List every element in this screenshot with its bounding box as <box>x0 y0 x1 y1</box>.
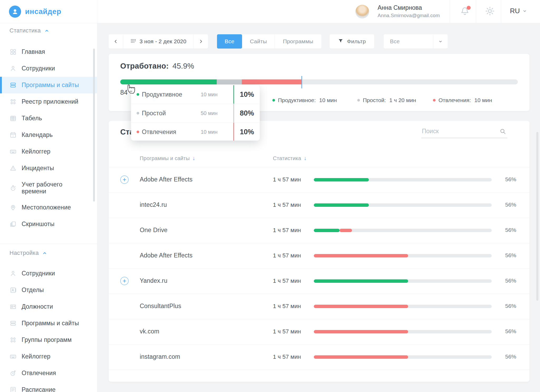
sidebar-item-dolzhnosti[interactable]: Должности <box>0 298 97 315</box>
sidebar-item-label: Должности <box>22 303 53 310</box>
keyboard-icon <box>9 353 17 360</box>
logo[interactable]: инсайдер <box>0 0 97 23</box>
sidebar-item-label: Программы и сайты <box>22 320 79 327</box>
sidebar-item-gruppy-programm[interactable]: Группы программ <box>0 332 97 348</box>
sidebar-item-label: Расписание <box>22 386 56 392</box>
list-rows-icon <box>9 82 17 89</box>
table-row[interactable]: vk.com 1 ч 57 мин 56% <box>109 319 529 344</box>
column-header-programs[interactable]: Программы и сайты ↓ <box>140 155 195 161</box>
tab-sites[interactable]: Сайты <box>242 34 274 49</box>
sidebar-item-incidenty[interactable]: Инциденты <box>0 160 97 176</box>
sidebar-item-glavnaya[interactable]: Главная <box>0 44 97 60</box>
sidebar-item-kalendar[interactable]: 1 Календарь <box>0 127 97 143</box>
sidebar-section-settings[interactable]: Настройка <box>9 250 47 256</box>
row-name: vk.com <box>140 328 159 335</box>
tab-all[interactable]: Все <box>217 34 242 49</box>
section-label: Настройка <box>9 250 39 256</box>
app-root: инсайдер Статистика Главная Сотрудники П… <box>0 0 540 392</box>
row-time: 1 ч 57 мин <box>273 252 301 259</box>
sidebar-item-sotrudniki-settings[interactable]: Сотрудники <box>0 265 97 282</box>
apps-grid-icon <box>9 336 17 343</box>
column-header-statistics[interactable]: Статистика ↓ <box>273 155 307 161</box>
badge-icon <box>9 303 17 310</box>
settings-button[interactable] <box>485 6 496 17</box>
table-row[interactable]: ConsultantPlus 1 ч 57 мин 56% <box>109 294 529 319</box>
dropdown-value: Все <box>384 34 433 49</box>
chevron-down-icon[interactable] <box>433 34 448 49</box>
table-row[interactable]: Adobe After Effects 1 ч 57 мин 56% <box>109 243 529 268</box>
user-icon <box>9 65 17 72</box>
sidebar-item-keylogger[interactable]: Кейлоггер <box>0 143 97 160</box>
usage-bar <box>314 305 492 308</box>
usage-bar <box>314 355 492 359</box>
row-time: 1 ч 57 мин <box>273 353 301 360</box>
usage-bar <box>314 203 492 207</box>
sidebar-item-uchet-rabochego-vremeni[interactable]: Учет рабочего времени <box>0 176 97 199</box>
warning-icon <box>9 165 17 172</box>
red-dot-icon <box>433 99 436 102</box>
sidebar-item-mestopolozhenie[interactable]: Местоположение <box>0 199 97 216</box>
expand-plus-icon[interactable]: + <box>120 277 129 285</box>
sidebar-section-statistics[interactable]: Статистика <box>9 27 49 34</box>
sidebar-item-label: Учет рабочего времени <box>22 181 88 195</box>
sidebar-item-keylogger-settings[interactable]: Кейлоггер <box>0 348 97 365</box>
tooltip-label: Продуктивное <box>142 91 182 98</box>
sidebar-divider <box>0 244 97 244</box>
sidebar-item-programmy-i-sayty-settings[interactable]: Программы и сайты <box>0 315 97 332</box>
sidebar-item-skrinshoty[interactable]: Скриншоты <box>0 216 97 232</box>
sidebar-item-programmy-i-sayty[interactable]: Программы и сайты <box>0 77 97 93</box>
header: Анна Смирнова Anna.Smirnova@gmail.com <box>97 0 540 23</box>
sidebar-item-label: Кейлоггер <box>22 148 50 155</box>
row-percent: 56% <box>505 278 516 284</box>
search-box[interactable] <box>421 126 507 138</box>
row-time: 1 ч 57 мин <box>273 202 301 208</box>
prev-period-button[interactable] <box>109 34 123 49</box>
expand-plus-icon[interactable]: + <box>120 175 129 184</box>
timesheet-icon <box>9 115 17 122</box>
sidebar-item-sotrudniki[interactable]: Сотрудники <box>0 60 97 77</box>
sidebar-item-label: Реестр приложений <box>22 98 78 105</box>
sidebar-item-label: Скриншоты <box>22 221 55 227</box>
table-row[interactable]: intec24.ru 1 ч 57 мин 56% <box>109 193 529 218</box>
screenshots-icon <box>9 221 17 228</box>
table-row[interactable]: instagram.com 1 ч 57 мин 56% <box>109 345 529 370</box>
tooltip-row-distractions: Отвлечения 10 мин 10% <box>131 122 260 141</box>
calendar-dots-icon <box>130 38 136 45</box>
sort-down-icon[interactable]: ↓ <box>304 155 307 161</box>
next-period-button[interactable] <box>194 34 208 49</box>
search-input[interactable] <box>421 126 496 135</box>
sidebar-item-raspisanie[interactable]: Расписание <box>0 381 97 392</box>
row-name: ConsultantPlus <box>140 303 181 310</box>
filter-button[interactable]: Фильтр <box>330 34 374 49</box>
clock-z-icon <box>9 370 17 377</box>
table-row[interactable]: + Yandex.ru 1 ч 57 мин 56% <box>109 269 529 294</box>
tab-programs[interactable]: Программы <box>274 34 321 49</box>
legend-label: Отвлечения: <box>438 97 471 103</box>
table-row[interactable]: One Drive 1 ч 57 мин 56% <box>109 218 529 243</box>
sidebar-item-tabel[interactable]: Табель <box>0 110 97 127</box>
sort-down-icon[interactable]: ↓ <box>192 155 195 161</box>
notifications-button[interactable] <box>460 6 471 17</box>
table-row[interactable]: + Adobe After Effects 1 ч 57 мин 56% <box>109 167 529 192</box>
language-selector[interactable]: RU <box>510 7 527 15</box>
row-percent: 56% <box>505 176 516 183</box>
row-time: 1 ч 57 мин <box>273 176 301 183</box>
usage-bar <box>314 229 492 232</box>
date-range-picker[interactable]: 3 ноя - 2 дек 2020 <box>123 34 194 49</box>
tooltip-value: 10 мин <box>201 129 218 135</box>
avatar[interactable] <box>355 5 369 18</box>
user-icon <box>9 270 17 277</box>
sidebar-item-otdely[interactable]: Отделы <box>0 282 97 298</box>
page-scrollbar[interactable] <box>536 132 538 301</box>
legend-label: Продуктивное: <box>278 97 316 103</box>
sidebar-item-otvlecheniya[interactable]: Отвлечения <box>0 365 97 381</box>
sidebar-scrollbar[interactable] <box>93 49 95 202</box>
tooltip-percent: 10% <box>234 128 260 136</box>
sidebar-item-reestr-prilozheniy[interactable]: Реестр приложений <box>0 93 97 110</box>
scope-dropdown[interactable]: Все <box>384 34 448 49</box>
gray-dot-icon <box>357 99 360 102</box>
green-dot-icon <box>272 99 275 102</box>
worked-progress-bar[interactable] <box>120 79 518 84</box>
row-percent: 56% <box>505 353 516 360</box>
overview-value: 45.9% <box>172 62 194 70</box>
